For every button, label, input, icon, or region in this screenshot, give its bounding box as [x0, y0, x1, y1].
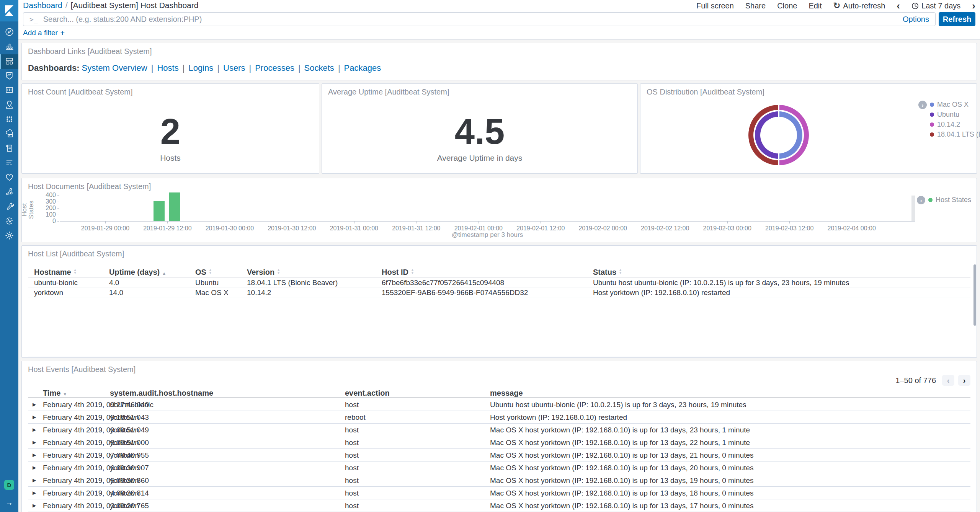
x-tick-label: 2019-02-01 12:00	[516, 225, 565, 232]
y-tick-label: 300	[41, 198, 56, 205]
space-badge[interactable]: D	[4, 480, 14, 490]
sort-icon: ▲▼	[619, 268, 622, 274]
sidebar-item-discover[interactable]	[0, 25, 18, 40]
legend-item[interactable]: Host States	[928, 196, 971, 204]
discover-icon	[5, 27, 14, 38]
os-distribution-donut-chart[interactable]	[748, 105, 809, 165]
time-forward-button[interactable]: ›	[972, 2, 975, 10]
sidebar-item-uptime[interactable]	[0, 171, 18, 185]
table-row[interactable]: ubuntu-bionic4.0Ubuntu18.04.1 LTS (Bioni…	[28, 277, 970, 287]
sidebar-item-dev-tools[interactable]	[0, 200, 18, 214]
expand-row-icon[interactable]: ▶	[33, 452, 36, 458]
column-header-version[interactable]: Version▲▼	[247, 268, 280, 277]
expand-row-icon[interactable]: ▶	[33, 402, 36, 407]
table-row: ▶February 4th 2019, 09:18:51.043yorktown…	[28, 411, 970, 424]
expand-row-icon[interactable]: ▶	[33, 478, 36, 483]
column-header-system-audit-host-hostname[interactable]: system.audit.host.hostname	[110, 389, 213, 398]
edit-button[interactable]: Edit	[808, 2, 822, 10]
panel-os-distribution: OS Distribution [Auditbeat System] ›Mac …	[640, 83, 977, 174]
auto-refresh-button[interactable]: ↻ Auto-refresh	[833, 1, 885, 11]
table-row: ▶February 4th 2019, 07:09:40.955yorktown…	[28, 448, 970, 461]
legend-toggle-icon[interactable]: ›	[917, 196, 925, 204]
link-separator: |	[294, 63, 304, 73]
x-tick-mark	[541, 221, 541, 223]
x-tick-mark	[416, 221, 416, 223]
events-pagination: 1–50 of 776 ‹ ›	[895, 375, 970, 386]
dashboard-link-system-overview[interactable]: System Overview	[82, 63, 147, 73]
column-header-time[interactable]: Time▼	[43, 389, 67, 398]
column-header-host-id[interactable]: Host ID▲▼	[382, 268, 414, 277]
x-tick-label: 2019-01-29 12:00	[143, 225, 191, 232]
pagination-next-button[interactable]: ›	[958, 375, 970, 386]
expand-row-icon[interactable]: ▶	[33, 427, 36, 432]
sidebar-item-management[interactable]	[0, 229, 18, 243]
host-count-label: Hosts	[22, 153, 319, 163]
column-header-status[interactable]: Status▲▼	[593, 268, 622, 277]
apm-icon	[5, 158, 14, 169]
dashboard-link-hosts[interactable]: Hosts	[157, 63, 178, 73]
sidebar-item-infrastructure[interactable]	[0, 127, 18, 142]
sidebar-collapse-toggle[interactable]: →	[0, 497, 18, 508]
table-row[interactable]: yorktown14.0Mac OS X10.14.2155320EF-9AB6…	[28, 287, 970, 297]
column-header-label: message	[490, 389, 523, 397]
legend-item[interactable]: 18.04.1 LTS (Bionic B...	[930, 130, 980, 139]
share-button[interactable]: Share	[745, 2, 766, 10]
empty-table-row	[28, 337, 970, 347]
refresh-button[interactable]: Refresh	[939, 12, 975, 26]
legend-item[interactable]: Mac OS X	[930, 101, 969, 109]
sidebar-item-maps[interactable]	[0, 98, 18, 113]
sidebar-item-apm[interactable]	[0, 156, 18, 171]
dashboard-link-sockets[interactable]: Sockets	[304, 63, 334, 73]
pagination-prev-button[interactable]: ‹	[942, 375, 954, 386]
sidebar-item-canvas[interactable]	[0, 83, 18, 98]
legend-item[interactable]: Ubuntu	[930, 111, 959, 119]
column-header-event-action[interactable]: event.action	[345, 389, 390, 398]
expand-row-icon[interactable]: ▶	[33, 440, 36, 445]
dashboard-link-users[interactable]: Users	[223, 63, 245, 73]
sidebar-item-machine-learning[interactable]	[0, 113, 18, 127]
sidebar-item-logs[interactable]	[0, 142, 18, 156]
x-tick-mark	[230, 221, 230, 223]
dashboard-link-packages[interactable]: Packages	[344, 63, 381, 73]
link-separator: |	[147, 63, 157, 73]
expand-row-icon[interactable]: ▶	[33, 414, 36, 420]
add-filter-button[interactable]: Add a filter +	[23, 28, 65, 38]
cell-message: Mac OS X host yorktown (IP: 192.168.0.10…	[490, 476, 754, 485]
time-back-button[interactable]: ‹	[897, 2, 900, 10]
column-header-message[interactable]: message	[490, 389, 523, 398]
expand-row-icon[interactable]: ▶	[33, 503, 36, 508]
dashboard-link-logins[interactable]: Logins	[188, 63, 213, 73]
sidebar-item-visualize[interactable]	[0, 40, 18, 54]
column-header-os[interactable]: OS▲▼	[195, 268, 212, 277]
column-header-label: Time	[43, 389, 60, 397]
expand-row-icon[interactable]: ▶	[33, 465, 36, 470]
panel-dashboard-links: Dashboard Links [Auditbeat System] Dashb…	[21, 43, 977, 80]
dashboard-link-processes[interactable]: Processes	[255, 63, 294, 73]
y-tick-label: 400	[41, 192, 56, 199]
legend-toggle-icon[interactable]: ›	[918, 101, 927, 109]
host-list-scrollbar[interactable]	[973, 264, 976, 326]
empty-table-row	[28, 297, 970, 307]
sidebar-item-timelion[interactable]	[0, 69, 18, 83]
breadcrumb-dashboard-link[interactable]: Dashboard	[23, 1, 62, 10]
legend-item[interactable]: 10.14.2	[930, 121, 960, 129]
column-header-hostname[interactable]: Hostname▲▼	[34, 268, 77, 277]
sidebar-item-graph[interactable]	[0, 185, 18, 200]
expand-row-icon[interactable]: ▶	[33, 490, 36, 496]
search-input[interactable]: >_ Search... (e.g. status:200 AND extens…	[23, 12, 936, 26]
query-options-button[interactable]: Options	[903, 15, 929, 24]
time-range-picker[interactable]: Last 7 days	[911, 2, 960, 10]
sidebar-item-dashboard[interactable]	[0, 54, 18, 69]
bar-2019-01-29 09:00[interactable]	[154, 201, 165, 221]
x-tick-label: 2019-02-03 00:00	[703, 225, 751, 232]
column-header-uptime-days-[interactable]: Uptime (days)▲	[109, 268, 166, 277]
y-tick-label: 0	[41, 218, 56, 225]
full-screen-button[interactable]: Full screen	[696, 2, 734, 10]
legend-color-dot	[930, 103, 934, 107]
sidebar-item-monitoring[interactable]	[0, 214, 18, 229]
clone-button[interactable]: Clone	[777, 2, 797, 10]
kibana-logo[interactable]	[0, 0, 18, 21]
cell-host_id: 6f7be6fb33e6c77f057266415c094408	[382, 279, 504, 287]
cell-action: host	[345, 464, 359, 472]
bar-2019-01-29 12:00[interactable]	[169, 192, 180, 221]
